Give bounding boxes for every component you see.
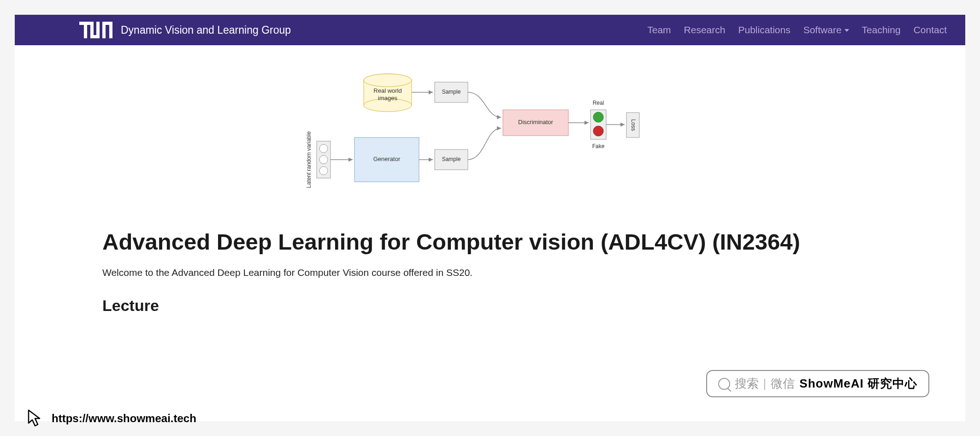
svg-text:images: images bbox=[378, 95, 397, 102]
cursor-icon bbox=[26, 408, 44, 429]
svg-text:Sample: Sample bbox=[442, 89, 461, 95]
diagram-latent-label: Latent random variable bbox=[306, 131, 312, 188]
svg-point-15 bbox=[364, 74, 412, 87]
svg-text:Loss: Loss bbox=[630, 119, 637, 131]
nav-software[interactable]: Software bbox=[803, 24, 849, 36]
svg-point-9 bbox=[319, 144, 328, 153]
navbar-left: Dynamic Vision and Learning Group bbox=[79, 22, 291, 38]
svg-text:Real world: Real world bbox=[373, 87, 401, 94]
svg-rect-4 bbox=[96, 22, 100, 38]
svg-point-11 bbox=[319, 167, 328, 175]
navbar: Dynamic Vision and Learning Group Team R… bbox=[15, 15, 965, 45]
main-content: Latent random variable Real world images bbox=[15, 45, 965, 315]
nav-publications[interactable]: Publications bbox=[738, 24, 790, 36]
chevron-down-icon bbox=[844, 29, 849, 32]
svg-point-10 bbox=[319, 155, 328, 164]
svg-text:Sample: Sample bbox=[442, 156, 461, 162]
group-name[interactable]: Dynamic Vision and Learning Group bbox=[121, 24, 291, 36]
svg-rect-7 bbox=[109, 22, 112, 38]
diagram-real-label: Real bbox=[593, 100, 604, 106]
diagram-generator-label: Generator bbox=[373, 155, 401, 162]
diagram-real-world: Real world images bbox=[364, 74, 412, 112]
watermark-divider: | bbox=[763, 376, 767, 391]
svg-rect-1 bbox=[84, 22, 87, 38]
nav-team[interactable]: Team bbox=[647, 24, 671, 36]
page-subtitle: Welcome to the Advanced Deep Learning fo… bbox=[102, 267, 878, 278]
tum-logo[interactable] bbox=[79, 22, 112, 38]
diagram-discriminator-label: Discriminator bbox=[518, 119, 554, 125]
watermark-bar: 搜索 | 微信 ShowMeAI 研究中心 bbox=[706, 370, 929, 397]
page-title: Advanced Deep Learning for Computer visi… bbox=[102, 228, 878, 256]
page: Dynamic Vision and Learning Group Team R… bbox=[15, 15, 965, 421]
nav-teaching[interactable]: Teaching bbox=[862, 24, 901, 36]
cursor-overlay: https://www.showmeai.tech bbox=[26, 408, 196, 429]
watermark-brand: ShowMeAI 研究中心 bbox=[799, 376, 917, 392]
svg-point-21 bbox=[593, 112, 603, 122]
nav-contact[interactable]: Contact bbox=[914, 24, 947, 36]
diagram-fake-label: Fake bbox=[592, 143, 605, 149]
navbar-menu: Team Research Publications Software Teac… bbox=[647, 24, 947, 36]
search-icon bbox=[718, 378, 730, 390]
section-heading-lecture: Lecture bbox=[102, 297, 878, 315]
svg-point-22 bbox=[593, 126, 603, 136]
watermark-search-label: 搜索 bbox=[735, 376, 759, 392]
watermark-wechat-label: 微信 bbox=[771, 376, 795, 392]
nav-research[interactable]: Research bbox=[684, 24, 726, 36]
overlay-url: https://www.showmeai.tech bbox=[52, 412, 196, 425]
gan-diagram: Latent random variable Real world images bbox=[102, 67, 878, 206]
